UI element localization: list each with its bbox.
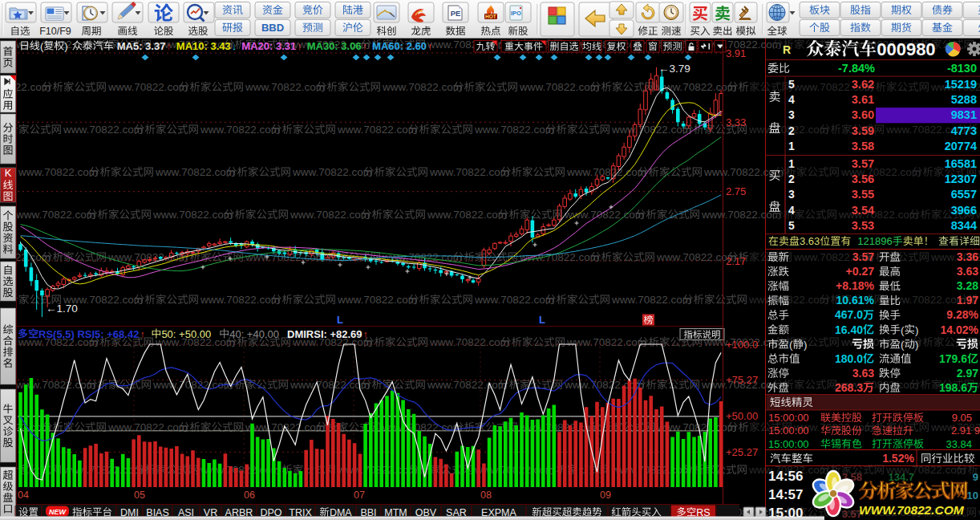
svg-text:50: +50.00: 50: +50.00 [161, 328, 211, 340]
svg-text:www.70822.com: www.70822.com [611, 294, 691, 306]
svg-text:www.70822.com: www.70822.com [429, 336, 509, 348]
svg-text:268.3: 268.3 [835, 381, 863, 394]
svg-text:www.70822.com: www.70822.com [337, 124, 417, 136]
svg-text:RS: RS [696, 507, 710, 518]
svg-text:2: 2 [788, 124, 795, 137]
svg-text:121896: 121896 [857, 235, 892, 247]
svg-text:www.70822.com: www.70822.com [290, 209, 370, 221]
svg-text:www.70822.com: www.70822.com [474, 124, 554, 136]
svg-text:08: 08 [480, 490, 492, 501]
svg-text:05: 05 [134, 490, 145, 501]
svg-text:467.0: 467.0 [835, 308, 863, 321]
svg-text:3966: 3966 [951, 204, 977, 217]
svg-text:www.70822.com: www.70822.com [519, 81, 599, 93]
svg-text:1: 1 [788, 140, 795, 152]
svg-text:4: 4 [788, 204, 795, 217]
svg-text:NEW: NEW [49, 508, 67, 516]
svg-text:33.84: 33.84 [946, 438, 973, 450]
svg-text:↑: ↑ [363, 329, 368, 340]
svg-text:www.70822.com: www.70822.com [564, 209, 644, 221]
svg-text:1.52%: 1.52% [882, 452, 914, 465]
svg-text:9.05: 9.05 [952, 412, 972, 424]
svg-text:↑: ↑ [362, 40, 368, 52]
svg-text:3.57: 3.57 [852, 250, 874, 263]
svg-text:SAR: SAR [446, 507, 467, 518]
svg-text:3.91: 3.91 [726, 47, 746, 59]
svg-text:www.70822.com: www.70822.com [427, 379, 507, 391]
svg-text:15219: 15219 [945, 78, 977, 91]
svg-text:MA60: 2.60: MA60: 2.60 [372, 40, 427, 52]
svg-text:3.62: 3.62 [852, 78, 874, 91]
svg-text:14:57: 14:57 [768, 487, 803, 502]
svg-text:16581: 16581 [945, 157, 977, 170]
svg-text:www.70822.com: www.70822.com [337, 294, 417, 306]
svg-text:12307: 12307 [945, 173, 977, 185]
svg-text:40: +40.00: 40: +40.00 [229, 328, 279, 340]
svg-text:DMI: DMI [120, 507, 139, 518]
svg-text:+50.00: +50.00 [726, 410, 758, 422]
svg-text:+8.18%: +8.18% [836, 279, 874, 292]
svg-text:www.70822.com: www.70822.com [200, 124, 280, 136]
svg-text:www.70822.com: www.70822.com [200, 294, 280, 306]
svg-text:4773: 4773 [951, 124, 977, 137]
svg-text:4: 4 [788, 93, 795, 106]
svg-text:(: ( [901, 339, 905, 351]
svg-text:www.70822.com: www.70822.com [15, 209, 95, 221]
svg-text:www.70822.com: www.70822.com [155, 166, 235, 178]
svg-text:20774: 20774 [945, 140, 977, 152]
svg-text:↑: ↑ [427, 40, 433, 52]
svg-text:): ) [915, 339, 919, 351]
svg-text:+75.27: +75.27 [726, 374, 758, 386]
svg-text:ARBR: ARBR [225, 507, 253, 518]
svg-text:5: 5 [788, 78, 795, 91]
svg-text:000980: 000980 [877, 39, 935, 59]
svg-text:www.70822.com: www.70822.com [564, 379, 644, 391]
svg-text:16.40: 16.40 [835, 323, 863, 336]
svg-text:↓: ↓ [232, 40, 237, 52]
svg-text:www.70822.com: www.70822.com [18, 166, 98, 178]
svg-text:+0.27: +0.27 [846, 265, 875, 278]
svg-text:2.17: 2.17 [726, 255, 746, 267]
svg-text:15:00:00: 15:00:00 [768, 438, 809, 450]
svg-text:3: 3 [788, 108, 795, 121]
svg-text:180.0: 180.0 [835, 352, 863, 365]
svg-text:198.6: 198.6 [939, 381, 967, 394]
svg-text:_: _ [661, 507, 668, 518]
svg-text:8344: 8344 [951, 219, 977, 232]
svg-text:5: 5 [788, 219, 795, 232]
svg-text:3: 3 [788, 188, 795, 201]
svg-text:www.70822.com: www.70822.com [63, 124, 143, 136]
svg-text:15:00:00: 15:00:00 [768, 425, 809, 437]
svg-text:www.70822.com: www.70822.com [382, 81, 462, 93]
svg-text:L: L [539, 314, 545, 326]
svg-text:3.60: 3.60 [852, 108, 874, 121]
svg-text:(: ( [789, 339, 793, 351]
svg-text:www.70822.com: www.70822.com [611, 124, 691, 136]
svg-text:-7.84%: -7.84% [838, 62, 875, 75]
svg-text:3.54: 3.54 [852, 204, 874, 217]
svg-text:L: L [337, 314, 343, 326]
svg-text:MTM: MTM [384, 507, 407, 518]
svg-text:10.61%: 10.61% [836, 294, 875, 307]
svg-text:14.02%: 14.02% [941, 323, 979, 336]
svg-text:www.70822.com: www.70822.com [656, 81, 736, 93]
svg-text:RS(5,5) RSI5: +68.42: RS(5,5) RSI5: +68.42 [38, 328, 139, 340]
svg-text:MA10: 3.43: MA10: 3.43 [176, 40, 231, 52]
svg-text:15:00:00: 15:00:00 [768, 412, 809, 424]
svg-text:2.91 9: 2.91 9 [951, 425, 980, 437]
svg-text:3.28: 3.28 [957, 279, 978, 292]
svg-text:2.75: 2.75 [726, 185, 746, 197]
svg-text:www.70822.com: www.70822.com [566, 336, 646, 348]
svg-text:3.36: 3.36 [957, 250, 978, 263]
svg-text:3.56: 3.56 [852, 173, 874, 185]
svg-text:www.70822.com: www.70822.com [107, 421, 188, 433]
svg-text:2.97: 2.97 [957, 367, 978, 380]
svg-text:(: ( [901, 324, 905, 336]
svg-text:↑: ↑ [166, 40, 172, 52]
svg-text:BBD: BBD [261, 22, 284, 34]
svg-text:www.70822.com: www.70822.com [245, 81, 325, 93]
svg-text:VR: VR [204, 507, 217, 518]
svg-text:R: R [783, 43, 791, 56]
svg-text:DPO: DPO [261, 507, 282, 518]
svg-text:WWW.70822.COM: WWW.70822.COM [859, 503, 965, 517]
